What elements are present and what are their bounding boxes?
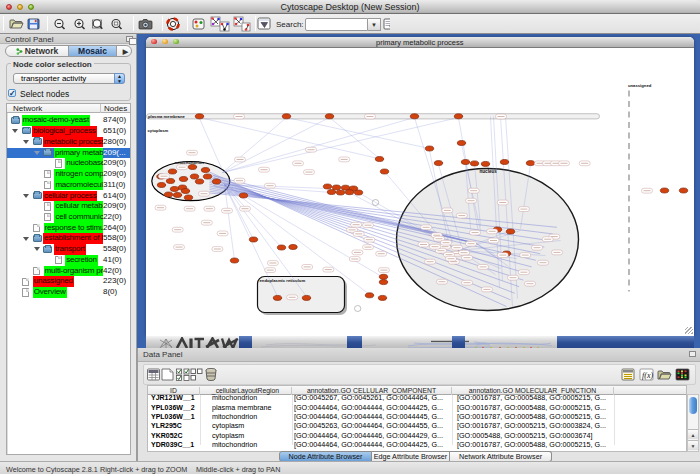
svg-text:nucleus: nucleus xyxy=(479,169,497,174)
svg-text:unassigned: unassigned xyxy=(628,83,652,88)
svg-text:cytoplasm: cytoplasm xyxy=(147,128,168,133)
svg-text:f(x): f(x) xyxy=(642,371,653,380)
svg-text:endoplasmic reticulum: endoplasmic reticulum xyxy=(259,278,305,283)
svg-text:plasma membrane: plasma membrane xyxy=(148,114,185,119)
